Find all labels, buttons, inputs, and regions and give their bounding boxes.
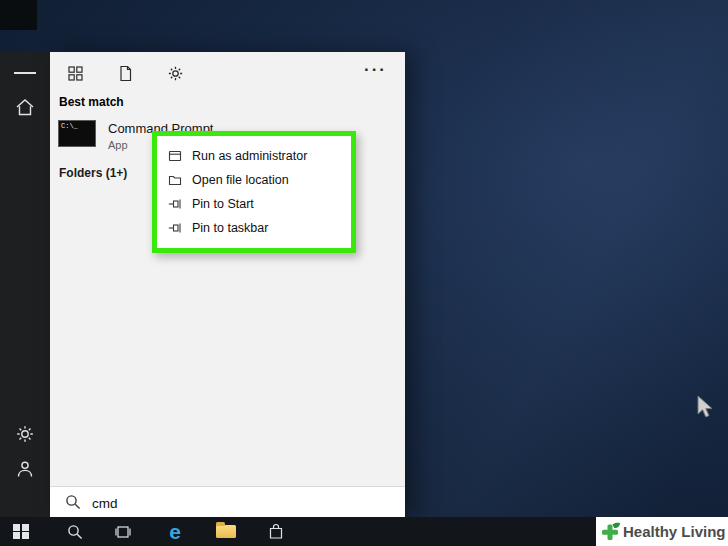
start-menu-rail (0, 52, 50, 517)
window-corner-block (0, 0, 37, 30)
folders-section-label[interactable]: Folders (1+) (59, 166, 127, 180)
start-icon[interactable] (6, 517, 36, 546)
healthy-living-watermark: Healthy Living (596, 517, 728, 546)
store-icon[interactable] (261, 517, 291, 546)
menu-item-label: Pin to taskbar (192, 221, 268, 235)
taskbar-search-icon[interactable] (60, 517, 90, 546)
home-icon[interactable] (14, 96, 36, 118)
search-input[interactable] (90, 491, 384, 515)
menu-item-label: Pin to Start (192, 197, 254, 211)
pin-icon (168, 197, 182, 211)
menu-icon[interactable] (14, 62, 36, 84)
watermark-text: Healthy Living (623, 523, 726, 540)
documents-filter-icon[interactable] (116, 64, 134, 82)
context-menu-highlighted: Run as administrator Open file location … (152, 131, 356, 253)
menu-item-label: Open file location (192, 173, 289, 187)
windows-desktop: ··· Best match C:\_ Command Prompt App F… (0, 0, 728, 546)
healthy-living-logo (599, 521, 621, 543)
pin-icon (168, 221, 182, 235)
result-subtitle: App (108, 139, 128, 151)
user-icon[interactable] (14, 458, 36, 480)
taskbar: e Healthy Living (0, 517, 728, 546)
search-filter-bar: ··· (50, 52, 405, 92)
run-as-administrator-icon (168, 149, 182, 163)
search-bar (50, 486, 405, 517)
file-explorer-icon[interactable] (211, 517, 241, 546)
edge-icon[interactable]: e (160, 517, 190, 546)
apps-filter-icon[interactable] (66, 64, 84, 82)
menu-item-pin-to-taskbar[interactable]: Pin to taskbar (157, 216, 351, 240)
search-icon (65, 494, 81, 514)
menu-item-label: Run as administrator (192, 149, 307, 163)
open-file-location-icon (168, 173, 182, 187)
command-prompt-icon: C:\_ (58, 120, 96, 147)
settings-icon[interactable] (14, 423, 36, 445)
menu-item-pin-to-start[interactable]: Pin to Start (157, 192, 351, 216)
menu-item-open-file-location[interactable]: Open file location (157, 168, 351, 192)
menu-item-run-as-administrator[interactable]: Run as administrator (157, 144, 351, 168)
settings-filter-icon[interactable] (166, 64, 184, 82)
search-results-panel: ··· Best match C:\_ Command Prompt App F… (50, 52, 405, 517)
task-view-icon[interactable] (108, 517, 138, 546)
more-options-icon[interactable]: ··· (364, 60, 387, 80)
best-match-label: Best match (59, 95, 124, 109)
